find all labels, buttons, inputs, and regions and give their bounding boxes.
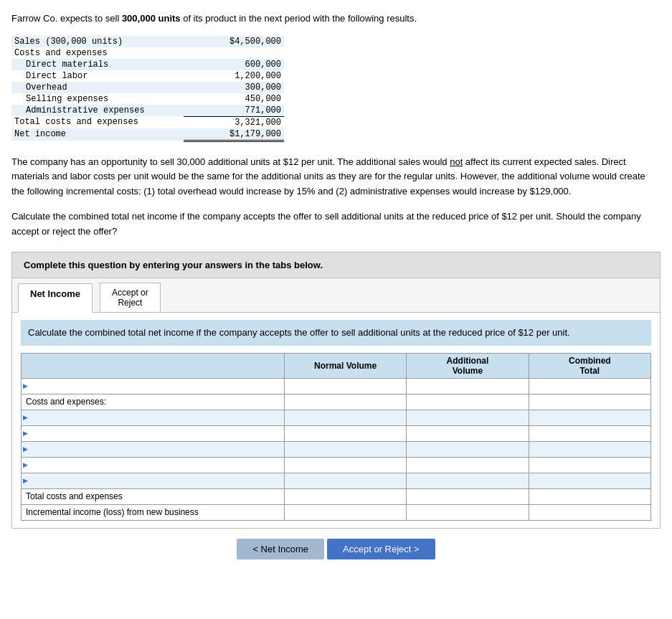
row6-normal[interactable] xyxy=(284,457,406,473)
tab-net-income[interactable]: Net Income xyxy=(18,283,93,313)
total-costs-additional[interactable] xyxy=(407,488,529,504)
table-row xyxy=(22,473,651,488)
prev-button[interactable]: < Net Income xyxy=(237,539,324,559)
table-row xyxy=(22,378,651,394)
fin-row-dl-value: 1,200,000 xyxy=(184,70,284,82)
row3-normal-input[interactable] xyxy=(285,410,406,425)
row5-combined[interactable] xyxy=(529,441,650,457)
row5-label xyxy=(22,441,285,457)
row7-combined[interactable] xyxy=(529,473,650,488)
total-costs-combined-input[interactable] xyxy=(529,489,650,504)
row6-additional[interactable] xyxy=(407,457,529,473)
row5-additional-input[interactable] xyxy=(407,442,528,457)
row4-label xyxy=(22,425,285,441)
fin-row-ae-label: Administrative expenses xyxy=(11,105,184,117)
row3-normal[interactable] xyxy=(284,410,406,425)
question-paragraph: Calculate the combined total net income … xyxy=(11,209,661,240)
row1-normal-input[interactable] xyxy=(285,379,406,394)
row7-additional[interactable] xyxy=(407,473,529,488)
col-header-normal: Normal Volume xyxy=(284,353,406,378)
incremental-label: Incremental income (loss) from new busin… xyxy=(22,504,285,520)
fin-row-total-value: 3,321,000 xyxy=(184,116,284,128)
row4-normal[interactable] xyxy=(284,425,406,441)
total-costs-combined[interactable] xyxy=(529,488,650,504)
next-button[interactable]: Accept or Reject > xyxy=(327,539,435,559)
table-row xyxy=(22,457,651,473)
row4-combined[interactable] xyxy=(529,425,650,441)
incremental-additional xyxy=(407,504,529,520)
row4-additional-input[interactable] xyxy=(407,426,528,441)
total-costs-additional-input[interactable] xyxy=(407,489,528,504)
row1-additional[interactable] xyxy=(407,378,529,394)
row3-label xyxy=(22,410,285,425)
col-header-combined: CombinedTotal xyxy=(529,353,650,378)
financial-table: Sales (300,000 units) $4,500,000 Costs a… xyxy=(11,36,284,142)
total-costs-normal[interactable] xyxy=(284,488,406,504)
row1-additional-input[interactable] xyxy=(407,379,528,394)
data-entry-table: Normal Volume AdditionalVolume CombinedT… xyxy=(21,353,651,521)
fin-row-costs-value xyxy=(184,47,284,59)
col-header-blank xyxy=(22,353,285,378)
incremental-normal-input[interactable] xyxy=(285,505,406,520)
row6-additional-input[interactable] xyxy=(407,458,528,473)
row1-combined[interactable] xyxy=(529,378,650,394)
row4-combined-input[interactable] xyxy=(529,426,650,441)
row6-combined-input[interactable] xyxy=(529,458,650,473)
row5-combined-input[interactable] xyxy=(529,442,650,457)
table-row xyxy=(22,425,651,441)
table-row xyxy=(22,441,651,457)
fin-row-oh-value: 300,000 xyxy=(184,82,284,93)
row3-additional[interactable] xyxy=(407,410,529,425)
row3-combined-input[interactable] xyxy=(529,410,650,425)
tabs-container: Net Income Accept or Reject Calculate th… xyxy=(11,278,661,529)
fin-row-sales-label: Sales (300,000 units) xyxy=(11,36,184,47)
fin-row-costs-label: Costs and expenses xyxy=(11,47,184,59)
row4-normal-input[interactable] xyxy=(285,426,406,441)
row6-combined[interactable] xyxy=(529,457,650,473)
fin-row-ae-value: 771,000 xyxy=(184,105,284,117)
row4-additional[interactable] xyxy=(407,425,529,441)
prev-button-label: < Net Income xyxy=(252,544,308,554)
table-row-total-costs: Total costs and expenses xyxy=(22,488,651,504)
row6-normal-input[interactable] xyxy=(285,458,406,473)
row1-combined-input[interactable] xyxy=(529,379,650,394)
row1-label xyxy=(22,378,285,394)
instruction-text: Complete this question by entering your … xyxy=(24,260,323,270)
fin-row-net-value: $1,179,000 xyxy=(184,128,284,141)
fin-row-dm-value: 600,000 xyxy=(184,59,284,70)
tab-net-income-label: Net Income xyxy=(30,288,80,299)
total-costs-label: Total costs and expenses xyxy=(22,488,285,504)
next-button-label: Accept or Reject > xyxy=(343,544,420,554)
row5-normal-input[interactable] xyxy=(285,442,406,457)
tabs-row: Net Income Accept or Reject xyxy=(12,278,660,313)
instruction-box: Complete this question by entering your … xyxy=(11,252,661,278)
fin-row-total-label: Total costs and expenses xyxy=(11,116,184,128)
total-costs-normal-input[interactable] xyxy=(285,489,406,504)
row7-normal-input[interactable] xyxy=(285,473,406,488)
row3-combined[interactable] xyxy=(529,410,650,425)
costs-label: Costs and expenses: xyxy=(22,394,285,410)
incremental-normal[interactable] xyxy=(284,504,406,520)
tab-description: Calculate the combined total net income … xyxy=(21,320,651,346)
fin-row-dl-label: Direct labor xyxy=(11,70,184,82)
intro-paragraph: Farrow Co. expects to sell 300,000 units… xyxy=(11,11,661,26)
tab-accept-reject[interactable]: Accept or Reject xyxy=(100,283,161,312)
row7-label xyxy=(22,473,285,488)
row1-normal[interactable] xyxy=(284,378,406,394)
row7-normal[interactable] xyxy=(284,473,406,488)
fin-row-dm-label: Direct materials xyxy=(11,59,184,70)
tab-content-area: Calculate the combined total net income … xyxy=(12,313,660,528)
costs-normal xyxy=(284,394,406,410)
nav-buttons: < Net Income Accept or Reject > xyxy=(11,539,661,567)
row7-additional-input[interactable] xyxy=(407,473,528,488)
row5-additional[interactable] xyxy=(407,441,529,457)
row3-additional-input[interactable] xyxy=(407,410,528,425)
row5-normal[interactable] xyxy=(284,441,406,457)
fin-row-sales-value: $4,500,000 xyxy=(184,36,284,47)
tab-description-text: Calculate the combined total net income … xyxy=(28,327,570,338)
costs-additional xyxy=(407,394,529,410)
fin-row-net-label: Net income xyxy=(11,128,184,141)
row7-combined-input[interactable] xyxy=(529,473,650,488)
table-row: Costs and expenses: xyxy=(22,394,651,410)
fin-row-se-label: Selling expenses xyxy=(11,93,184,105)
